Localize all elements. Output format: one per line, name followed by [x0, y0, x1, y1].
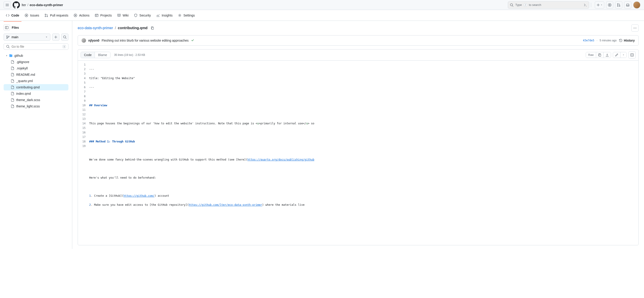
commit-author-avatar[interactable] — [82, 38, 86, 43]
owner-link[interactable]: lter — [22, 3, 26, 7]
tree-file-nojekyll[interactable]: .nojekyll — [4, 65, 68, 71]
git-pull-request-icon — [617, 3, 620, 7]
user-avatar[interactable] — [633, 1, 640, 9]
tree-file-label: theme_light.scss — [16, 104, 40, 108]
commit-dot: · — [596, 39, 597, 42]
issues-button[interactable] — [606, 1, 613, 9]
breadcrumb-file: contributing.qmd — [118, 26, 148, 30]
more-file-actions-button[interactable] — [631, 25, 638, 32]
caret-down-icon — [622, 54, 624, 56]
caret-down-icon — [600, 4, 603, 6]
svg-rect-24 — [599, 54, 601, 56]
nav-pulls[interactable]: Pull requests — [42, 12, 70, 19]
nav-insights[interactable]: Insights — [154, 12, 175, 19]
tree-folder-github[interactable]: .github — [4, 52, 68, 59]
kebab-horizontal-icon — [633, 26, 637, 30]
tree-file-label: theme_dark.scss — [16, 98, 40, 102]
tree-file-quarto-yml[interactable]: _quarto.yml — [4, 78, 68, 84]
file-finder[interactable]: t — [4, 43, 68, 50]
nav-wiki-label: Wiki — [122, 14, 128, 17]
global-search-button[interactable]: Type / to search — [508, 1, 589, 9]
breadcrumb-repo-link[interactable]: eco-data-synth-primer — [78, 26, 113, 30]
caret-down-icon — [45, 36, 48, 38]
code-lines: --- title: "Editing the Website" --- ## … — [89, 61, 318, 245]
copy-icon — [598, 53, 602, 57]
svg-point-8 — [45, 14, 46, 15]
latest-commit-bar: njlyon0 Fleshing out intro blurb for var… — [78, 35, 638, 46]
hamburger-icon — [6, 3, 9, 7]
hamburger-menu-button[interactable] — [4, 1, 11, 9]
file-icon — [11, 66, 14, 70]
history-link[interactable]: History — [619, 39, 635, 42]
code-content[interactable]: 12345678910111213141516171819 --- title:… — [78, 61, 638, 245]
table-icon — [95, 14, 98, 17]
svg-point-4 — [617, 6, 618, 6]
pull-requests-button[interactable] — [615, 1, 622, 9]
branch-select-button[interactable]: main — [4, 34, 50, 41]
sidebar-collapse-icon — [5, 26, 8, 29]
notifications-button[interactable] — [624, 1, 631, 9]
nav-issues[interactable]: Issues — [22, 12, 41, 19]
collapse-sidebar-button[interactable] — [4, 25, 10, 31]
commit-time: 5 minutes ago — [600, 39, 616, 42]
repo-link[interactable]: eco-data-synth-primer — [30, 3, 63, 7]
file-finder-input[interactable] — [12, 45, 61, 48]
add-file-button[interactable] — [52, 34, 60, 41]
nav-settings-label: Settings — [183, 14, 195, 17]
svg-rect-20 — [152, 27, 154, 29]
tree-file-label: README.md — [16, 73, 35, 76]
tree-file-contributing[interactable]: contributing.qmd — [4, 84, 68, 90]
search-icon — [6, 45, 10, 48]
svg-point-23 — [636, 28, 636, 29]
tree-file-index[interactable]: index.qmd — [4, 90, 68, 97]
check-icon[interactable] — [191, 39, 194, 42]
tree-file-label: .nojekyll — [16, 66, 28, 70]
svg-point-15 — [6, 36, 8, 37]
file-icon — [11, 92, 14, 95]
nav-security[interactable]: Security — [132, 12, 153, 19]
repo-breadcrumb: lter / eco-data-synth-primer — [22, 3, 63, 7]
tree-file-label: index.qmd — [16, 92, 31, 95]
nav-actions[interactable]: Actions — [71, 12, 92, 19]
copy-icon — [150, 26, 154, 30]
copy-raw-button[interactable] — [596, 52, 603, 58]
code-tab-button[interactable]: Code — [81, 52, 94, 58]
inbox-icon — [626, 3, 630, 7]
nav-wiki[interactable]: Wiki — [115, 12, 131, 19]
tree-file-readme[interactable]: README.md — [4, 71, 68, 78]
branch-name: main — [12, 35, 18, 39]
folder-icon — [9, 54, 13, 57]
issue-opened-icon — [608, 3, 612, 7]
commit-sha-link[interactable]: 43e7de5 — [583, 39, 594, 42]
plus-icon — [54, 35, 58, 39]
tree-file-label: .gitignore — [16, 60, 29, 64]
copy-path-button[interactable] — [149, 25, 156, 31]
history-label: History — [624, 39, 635, 42]
tree-file-theme-dark[interactable]: theme_dark.scss — [4, 97, 68, 103]
edit-file-button[interactable] — [613, 52, 620, 58]
commit-message[interactable]: Fleshing out intro blurb for various web… — [102, 39, 188, 42]
nav-projects[interactable]: Projects — [92, 12, 114, 19]
search-files-button[interactable] — [61, 34, 68, 41]
file-breadcrumb: eco-data-synth-primer / contributing.qmd — [78, 26, 148, 30]
nav-settings[interactable]: Settings — [176, 12, 197, 19]
blame-tab-button[interactable]: Blame — [94, 52, 110, 58]
file-info: 35 lines (19 loc) · 2.53 KB — [114, 53, 145, 57]
commit-author-link[interactable]: njlyon0 — [88, 39, 99, 42]
issue-opened-icon — [24, 14, 28, 17]
symbols-button[interactable] — [628, 51, 636, 59]
file-icon — [11, 79, 14, 83]
tree-file-gitignore[interactable]: .gitignore — [4, 59, 68, 65]
file-icon — [11, 73, 14, 76]
create-new-button[interactable] — [595, 1, 604, 9]
svg-point-19 — [6, 45, 9, 48]
download-raw-button[interactable] — [603, 52, 611, 58]
nav-issues-label: Issues — [30, 14, 39, 17]
nav-code[interactable]: Code — [4, 12, 22, 19]
raw-button[interactable]: Raw — [586, 52, 596, 58]
nav-code-label: Code — [11, 14, 19, 17]
edit-dropdown-button[interactable] — [620, 52, 626, 58]
download-icon — [606, 53, 609, 57]
tree-file-theme-light[interactable]: theme_light.scss — [4, 103, 68, 109]
github-logo[interactable] — [13, 1, 20, 9]
